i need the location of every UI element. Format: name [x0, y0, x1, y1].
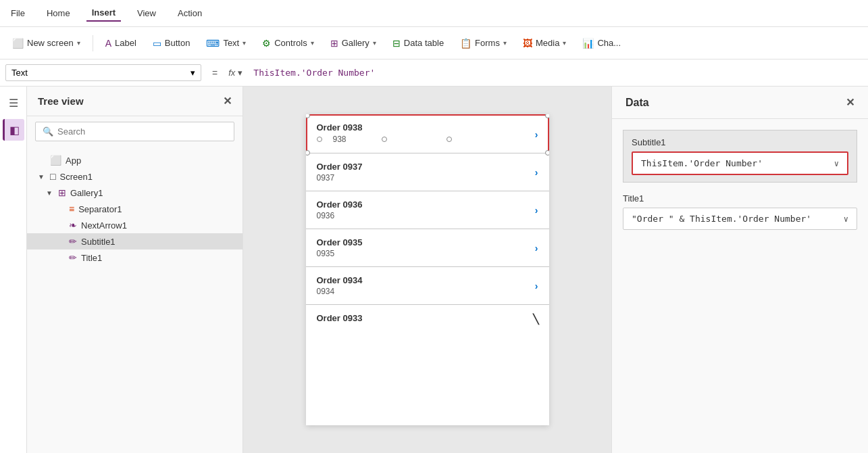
data-table-icon: ⊟: [392, 38, 401, 49]
tree-item-separator1[interactable]: ≡ Separator1: [27, 201, 242, 217]
separator-icon: ≡: [69, 204, 74, 214]
tree-item-nextarrow1[interactable]: ❧ NextArrow1: [27, 217, 242, 233]
controls-button[interactable]: ⚙ Controls ▾: [255, 34, 320, 53]
gallery-item-1[interactable]: Order 0937 0937 ›: [306, 153, 549, 191]
gallery-subtitle-4: 0934: [317, 287, 363, 296]
formula-equals: =: [207, 68, 223, 78]
text-chevron-icon: ▾: [242, 39, 246, 47]
tree-view-header: Tree view ✕: [27, 87, 242, 116]
menu-home[interactable]: Home: [41, 5, 76, 21]
gallery-chevron-1: ›: [535, 167, 538, 178]
forms-button[interactable]: 📋 Forms ▾: [453, 34, 513, 53]
subtitle1-select-chevron-icon: ∨: [834, 159, 839, 168]
tree-item-label: App: [66, 156, 232, 166]
sidebar-icons: ☰ ◧: [0, 87, 27, 453]
charts-icon: 📊: [582, 38, 594, 49]
tree-item-label: Screen1: [59, 172, 232, 182]
gallery-container: Order 0938 938 ›: [306, 114, 549, 425]
gallery-item-4[interactable]: Order 0934 0934 ›: [306, 267, 549, 305]
gallery-item-2[interactable]: Order 0936 0936 ›: [306, 191, 549, 229]
tree-item-title1[interactable]: ✏ Title1: [27, 249, 242, 266]
forms-icon: 📋: [460, 38, 471, 49]
gallery-chevron-0: ›: [535, 129, 538, 140]
tree-item-subtitle1[interactable]: ✏ Subtitle1: [27, 233, 242, 249]
handle-left[interactable]: [317, 137, 322, 142]
data-field-subtitle1-select[interactable]: ThisItem.'Order Number' ∨: [632, 151, 848, 175]
gallery-title-1: Order 0937: [317, 162, 363, 172]
text-title-icon: ✏: [69, 252, 77, 263]
media-button[interactable]: 🖼 Media ▾: [516, 34, 573, 53]
menu-file[interactable]: File: [5, 5, 30, 21]
sidebar-layers-icon[interactable]: ◧: [3, 119, 24, 141]
formula-input[interactable]: [248, 65, 863, 80]
media-chevron-icon: ▾: [563, 39, 566, 47]
formula-fx-btn[interactable]: fx ▾: [228, 68, 242, 78]
app-icon: ⬜: [50, 155, 61, 166]
data-close-icon[interactable]: ✕: [846, 96, 854, 109]
forms-chevron-icon: ▾: [503, 39, 507, 47]
data-content: Subtitle1 ThisItem.'Order Number' ∨ Titl…: [612, 119, 868, 241]
data-field-subtitle1: Subtitle1 ThisItem.'Order Number' ∨: [623, 130, 857, 183]
main-content: ☰ ◧ Tree view ✕ 🔍 ⬜ App ▼ □ Screen1: [0, 87, 868, 453]
gallery-chevron-3: ›: [535, 243, 538, 254]
data-field-subtitle1-label: Subtitle1: [632, 137, 666, 147]
gallery-icon: ⊞: [58, 187, 66, 198]
tree-panel: Tree view ✕ 🔍 ⬜ App ▼ □ Screen1 ▼ ⊞: [27, 87, 243, 453]
tree-item-app[interactable]: ⬜ App: [27, 152, 242, 168]
tree-item-label: Gallery1: [70, 188, 232, 198]
gallery-title-3: Order 0935: [317, 237, 363, 247]
formula-dropdown[interactable]: Text ▾: [5, 64, 201, 81]
gallery-chevron-5: ╲: [533, 314, 538, 325]
formula-fx-chevron-icon: ▾: [238, 68, 242, 78]
label-button[interactable]: A Label: [99, 34, 143, 53]
button-icon: ▭: [153, 38, 161, 49]
canvas-area[interactable]: Order 0938 938 ›: [243, 87, 611, 453]
gallery-item-text-4: Order 0934 0934: [317, 275, 363, 296]
screen-icon: □: [50, 171, 55, 182]
tree-search-box[interactable]: 🔍: [35, 122, 234, 141]
tree-content: ⬜ App ▼ □ Screen1 ▼ ⊞ Gallery1 ≡ Separat…: [27, 147, 242, 453]
tree-close-icon[interactable]: ✕: [223, 95, 232, 108]
screen1-expand-icon: ▼: [38, 173, 46, 181]
data-field-title1-label: Title1: [623, 193, 857, 204]
gallery-item-0[interactable]: Order 0938 938 ›: [306, 114, 549, 153]
search-icon: 🔍: [43, 126, 53, 137]
charts-button[interactable]: 📊 Cha...: [576, 34, 628, 53]
gallery1-expand-icon: ▼: [46, 189, 54, 197]
tree-item-screen1[interactable]: ▼ □ Screen1: [27, 168, 242, 185]
data-panel: Data ✕ Subtitle1 ThisItem.'Order Number'…: [611, 87, 868, 453]
controls-icon: ⚙: [262, 38, 271, 49]
menu-action[interactable]: Action: [172, 5, 207, 21]
menu-bar: File Home Insert View Action: [0, 0, 868, 27]
subtitle-edit-bar: 938: [317, 133, 452, 146]
gallery-item-3[interactable]: Order 0935 0935 ›: [306, 229, 549, 267]
sidebar-menu-icon[interactable]: ☰: [3, 92, 24, 114]
handle-tl[interactable]: [306, 114, 310, 118]
gallery-chevron-4: ›: [535, 281, 538, 291]
data-field-title1: Title1 "Order " & ThisItem.'Order Number…: [623, 193, 857, 230]
gallery-icon: ⊞: [330, 38, 338, 49]
gallery-button[interactable]: ⊞ Gallery ▾: [324, 34, 383, 53]
data-table-button[interactable]: ⊟ Data table: [386, 34, 451, 53]
gallery-item-title-0: Order 0938: [317, 122, 452, 133]
data-field-subtitle1-value: ThisItem.'Order Number': [641, 158, 763, 168]
tree-item-label: Subtitle1: [81, 237, 232, 247]
data-panel-header: Data ✕: [612, 87, 868, 119]
tree-item-label: Title1: [81, 253, 232, 263]
gallery-subtitle-3: 0935: [317, 249, 363, 258]
data-field-title1-value: "Order " & ThisItem.'Order Number': [632, 214, 811, 224]
data-field-title1-select[interactable]: "Order " & ThisItem.'Order Number' ∨: [623, 208, 857, 230]
new-screen-button[interactable]: ⬜ New screen ▾: [5, 34, 87, 53]
handle-tr[interactable]: [545, 114, 549, 118]
tree-item-gallery1[interactable]: ▼ ⊞ Gallery1: [27, 185, 242, 201]
handle-center[interactable]: [382, 137, 387, 142]
gallery-item-text-1: Order 0937 0937: [317, 162, 363, 183]
text-button[interactable]: ⌨ Text ▾: [199, 34, 253, 53]
handle-right[interactable]: [446, 137, 452, 142]
gallery-item-5[interactable]: Order 0933 ╲: [306, 305, 549, 333]
search-input[interactable]: [57, 126, 227, 137]
menu-insert[interactable]: Insert: [86, 5, 121, 22]
menu-view[interactable]: View: [132, 5, 161, 21]
button-button[interactable]: ▭ Button: [146, 34, 197, 53]
gallery-title-2: Order 0936: [317, 199, 363, 210]
